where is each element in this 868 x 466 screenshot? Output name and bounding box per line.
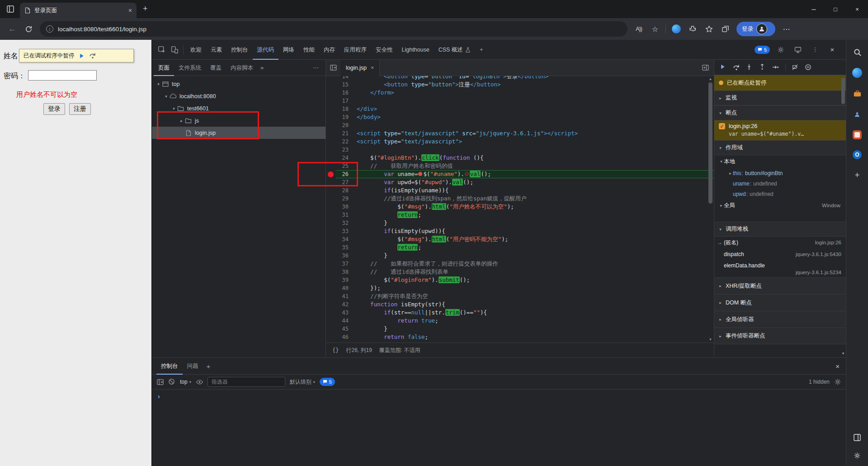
line-number[interactable]: 33 (336, 227, 353, 235)
context-selector[interactable]: top ▾ (180, 379, 191, 385)
editor-tab-close-icon[interactable]: × (371, 65, 374, 71)
window-maximize-button[interactable]: □ (825, 0, 846, 18)
code-line[interactable]: 17 (326, 97, 714, 105)
line-number[interactable]: 15 (336, 81, 353, 89)
line-number[interactable]: 18 (336, 105, 353, 113)
code-line[interactable]: 22<script type="text/javascript"> (326, 138, 714, 146)
code-line[interactable]: 46 return false; (326, 333, 714, 341)
line-number[interactable]: 26 (336, 170, 353, 178)
breakpoint-checkbox[interactable]: ✓ (719, 123, 725, 129)
devtools-tab-内存[interactable]: 内存 (319, 40, 340, 60)
code-line[interactable]: 42 function isEmpty(str){ (326, 300, 714, 309)
tree-item-login.jsp[interactable]: login.jsp (152, 127, 326, 139)
code-line[interactable]: 21<script type="text/javascript" src="js… (326, 129, 714, 138)
code-line[interactable]: 38 // 通过id选择器找到表单 (326, 268, 714, 276)
tab-issues[interactable]: 问题 (183, 358, 203, 375)
issues-badge[interactable]: 5 (755, 46, 770, 54)
breakpoint-gutter[interactable] (326, 325, 336, 333)
code-line[interactable]: 35 return; (326, 243, 714, 252)
breakpoint-entry[interactable]: ✓ login.jsp:26 var uname=$("#uname").v… (714, 120, 846, 140)
code-text[interactable]: //判断字符串是否为空 (353, 292, 714, 300)
line-number[interactable]: 37 (336, 260, 353, 268)
line-number[interactable]: 29 (336, 195, 353, 203)
line-number[interactable]: 23 (336, 146, 353, 154)
refresh-icon[interactable] (21, 21, 36, 37)
line-number[interactable]: 45 (336, 325, 353, 333)
step-icon[interactable] (772, 64, 779, 71)
code-line[interactable]: 24 $("#loginBtn").click(function (){ (326, 154, 714, 162)
deactivate-breakpoints-icon[interactable] (792, 64, 799, 71)
back-icon[interactable]: ← (5, 21, 20, 37)
settings-gear-icon[interactable] (774, 43, 787, 56)
devtools-tab-网络[interactable]: 网络 (278, 40, 299, 60)
navigator-tab-页面[interactable]: 页面 (154, 60, 174, 76)
code-line[interactable]: 30 $("#msg").html("用户姓名不可以为空"); (326, 203, 714, 211)
breakpoint-gutter[interactable] (326, 89, 336, 97)
code-line[interactable]: 34 $("#msg").html("用户密码不能为空"); (326, 235, 714, 243)
code-text[interactable]: } (353, 252, 714, 260)
line-number[interactable]: 17 (336, 97, 353, 105)
breakpoint-gutter[interactable] (326, 227, 336, 235)
step-over-icon[interactable] (89, 52, 96, 59)
code-line[interactable]: 41 //判断字符串是否为空 (326, 292, 714, 300)
line-number[interactable]: 27 (336, 178, 353, 186)
devtools-tab-控制台[interactable]: 控制台 (226, 40, 253, 60)
scrollbar-thumb[interactable] (708, 82, 712, 204)
code-line[interactable]: 31 return; (326, 211, 714, 219)
code-text[interactable]: return false; (353, 333, 714, 341)
password-field[interactable] (28, 70, 97, 81)
callstack-frame[interactable]: →(匿名)login.jsp:26 (714, 237, 846, 248)
sidebar-settings-icon[interactable] (852, 451, 862, 461)
line-number[interactable]: 40 (336, 284, 353, 292)
breakpoint-gutter[interactable] (326, 309, 336, 317)
tab-close-icon[interactable]: × (128, 7, 132, 14)
breakpoint-gutter[interactable] (326, 76, 336, 81)
tree-item-localhost:8080[interactable]: ▾localhost:8080 (152, 90, 326, 102)
new-tab-button[interactable]: + (143, 4, 148, 14)
code-line[interactable]: 16 </form> (326, 89, 714, 97)
read-aloud-icon[interactable]: A)) (631, 21, 646, 37)
console-sidebar-icon[interactable] (156, 378, 164, 385)
pretty-print-icon[interactable]: {} (332, 347, 339, 353)
code-text[interactable]: if(isEmpty(uname)){ (353, 186, 714, 195)
breakpoint-gutter[interactable] (326, 129, 336, 138)
section-全局侦听器[interactable]: ▸全局侦听器 (714, 311, 846, 328)
pause-on-exceptions-icon[interactable] (805, 64, 812, 71)
site-info-icon[interactable]: i (46, 25, 53, 33)
breakpoint-gutter[interactable] (326, 260, 336, 268)
browser-menu-icon[interactable]: ⋯ (779, 21, 794, 37)
devtools-tab-性能[interactable]: 性能 (299, 40, 319, 60)
devtools-menu-icon[interactable]: ⋮ (809, 43, 821, 56)
breakpoint-gutter[interactable] (326, 178, 336, 186)
eye-icon[interactable] (196, 378, 203, 385)
code-text[interactable]: }); (353, 284, 714, 292)
line-number[interactable]: 46 (336, 333, 353, 341)
breakpoint-gutter[interactable] (326, 276, 336, 284)
breakpoint-gutter[interactable] (326, 162, 336, 170)
devtools-tab-源代码[interactable]: 源代码 (253, 40, 279, 60)
feedback-icon[interactable] (792, 43, 804, 56)
code-text[interactable]: var upwd=$("#upwd").val(); (353, 178, 714, 186)
scope-entry-upwd[interactable]: upwd:undefined (714, 189, 846, 199)
breakpoint-gutter[interactable] (326, 121, 336, 129)
close-drawer-icon[interactable]: × (835, 362, 841, 370)
code-text[interactable]: return true; (353, 317, 714, 325)
breakpoint-dot[interactable] (328, 171, 334, 177)
code-line[interactable]: 19</body> (326, 113, 714, 121)
console-settings-icon[interactable] (834, 378, 841, 385)
code-text[interactable]: $("#msg").html("用户姓名不可以为空"); (353, 203, 714, 211)
section-XHR/提取断点[interactable]: ▸XHR/提取断点 (714, 277, 846, 294)
breakpoint-gutter[interactable] (326, 300, 336, 309)
step-out-icon[interactable] (759, 64, 766, 71)
resume-icon[interactable] (720, 64, 727, 71)
code-text[interactable]: </div> (353, 105, 714, 113)
line-number[interactable]: 36 (336, 252, 353, 260)
line-number[interactable]: 21 (336, 129, 353, 138)
line-number[interactable]: 24 (336, 154, 353, 162)
code-text[interactable] (353, 97, 714, 105)
copilot-icon[interactable] (669, 21, 684, 37)
code-text[interactable]: // 通过id选择器找到表单 (353, 268, 714, 276)
line-number[interactable]: 19 (336, 113, 353, 121)
tab-actions-icon[interactable] (5, 4, 15, 14)
breakpoint-gutter[interactable] (326, 268, 336, 276)
